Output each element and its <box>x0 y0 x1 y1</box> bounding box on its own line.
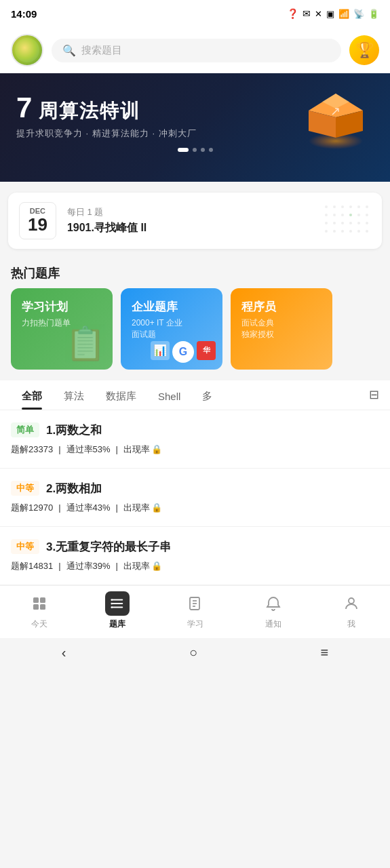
nav-study[interactable]: 学习 <box>156 591 234 630</box>
svg-rect-8 <box>33 604 39 610</box>
back-button[interactable]: ‹ <box>62 645 66 660</box>
huawei-logo: 华 <box>197 341 216 360</box>
trophy-icon: 🏆 <box>355 41 374 59</box>
problem-list: 简单 1.两数之和 题解 23373 | 通过率 53% | 出现率 🔒 中等 … <box>0 410 390 585</box>
date-box: DEC 19 <box>19 202 56 239</box>
topic-card-sub-interview: 面试金典独家授权 <box>241 317 321 340</box>
solutions-label: 题解 <box>11 560 28 572</box>
lock-icon: 🔒 <box>151 502 162 513</box>
nav-notify-label: 通知 <box>265 618 281 630</box>
avatar-inner <box>15 38 39 62</box>
header: 🔍 搜索题目 🏆 <box>0 27 390 73</box>
hot-section: 热门题库 学习计划 力扣热门题单 📋 企业题库 2000+ IT 企业面试题 📊… <box>0 254 390 380</box>
problem-item[interactable]: 简单 1.两数之和 题解 23373 | 通过率 53% | 出现率 🔒 <box>0 410 390 469</box>
wifi-status-icon: 📡 <box>353 9 364 19</box>
nav-me-label: 我 <box>347 618 355 630</box>
nav-notify[interactable]: 通知 <box>234 591 312 630</box>
topic-card-title-enterprise: 企业题库 <box>132 299 212 315</box>
home-button[interactable]: ○ <box>189 645 197 660</box>
signal-status-icon: 📶 <box>338 9 349 19</box>
filter-tabs: 全部 算法 数据库 Shell 多 ⊟ <box>0 380 390 410</box>
tab-all[interactable]: 全部 <box>11 380 53 410</box>
status-bar: 14:09 ❓ ✉ ✕ ▣ 📶 📡 🔋 <box>0 0 390 27</box>
tab-database[interactable]: 数据库 <box>95 380 147 410</box>
tab-algorithm[interactable]: 算法 <box>53 380 95 410</box>
problem-item[interactable]: 中等 2.两数相加 题解 12970 | 通过率 43% | 出现率 🔒 <box>0 469 390 527</box>
search-bar[interactable]: 🔍 搜索题目 <box>52 39 341 62</box>
date-day: 19 <box>28 215 47 235</box>
solutions-count: 12970 <box>28 502 53 513</box>
topic-card-study-plan[interactable]: 学习计划 力扣热门题单 📋 <box>11 288 113 370</box>
hot-section-title: 热门题库 <box>0 254 390 288</box>
topic-card-sub-enterprise: 2000+ IT 企业面试题 <box>132 317 212 340</box>
difficulty-badge: 中等 <box>11 539 39 554</box>
divider2: | <box>116 444 118 454</box>
topic-card-title-interview: 程序员 <box>241 299 321 315</box>
svg-point-20 <box>349 598 354 604</box>
problem-header: 简单 1.两数之和 <box>11 422 379 438</box>
solutions-label: 题解 <box>11 443 28 456</box>
today-icon <box>27 591 52 616</box>
banner-dot-0[interactable] <box>178 148 189 152</box>
problem-stats: 题解 12970 | 通过率 43% | 出现率 🔒 <box>11 502 379 514</box>
screen-status-icon: ▣ <box>326 9 334 19</box>
search-placeholder: 搜索题目 <box>81 44 122 57</box>
trophy-button[interactable]: 🏆 <box>349 35 379 65</box>
banner-dot-1[interactable] <box>193 148 197 152</box>
nav-today-label: 今天 <box>31 618 47 630</box>
me-icon <box>339 591 364 616</box>
nav-problems-label: 题库 <box>109 618 125 630</box>
nav-problems[interactable]: 题库 <box>78 591 156 630</box>
banner-title: 周算法特训 <box>39 101 140 122</box>
problem-header: 中等 3.无重复字符的最长子串 <box>11 539 379 555</box>
notify-icon <box>261 591 286 616</box>
filter-icon: ⊟ <box>369 387 379 402</box>
topic-card-interview[interactable]: 程序员 面试金典独家授权 <box>231 288 332 370</box>
banner: 7 周算法特训 提升求职竞争力 · 精进算法能力 · 冲刺大厂 ↗ <box>0 73 390 182</box>
topic-card-sub: 力扣热门题单 <box>22 317 102 329</box>
difficulty-badge: 简单 <box>11 422 39 437</box>
pass-rate-label: 通过率 <box>66 560 93 572</box>
tab-shell[interactable]: Shell <box>147 381 191 409</box>
svg-rect-7 <box>40 597 45 603</box>
nav-me[interactable]: 我 <box>312 591 390 630</box>
study-icon <box>183 591 208 616</box>
system-bar: ‹ ○ ≡ <box>0 638 390 668</box>
x-status-icon: ✕ <box>315 9 322 19</box>
svg-rect-11 <box>111 603 123 604</box>
problem-title: 3.无重复字符的最长子串 <box>46 539 171 555</box>
battery-status-icon: 🔋 <box>368 9 379 19</box>
topic-card-icon: 📋 <box>65 325 106 363</box>
tab-more[interactable]: 多 <box>191 380 223 410</box>
svg-rect-9 <box>40 604 45 610</box>
topic-card-logos: 📊 G 华 <box>151 341 216 363</box>
appearance-label: 出现率 <box>123 443 150 456</box>
appearance-label: 出现率 <box>123 560 150 572</box>
avatar[interactable] <box>11 34 43 66</box>
nav-study-label: 学习 <box>187 618 203 630</box>
filter-more-button[interactable]: ⊟ <box>369 382 379 408</box>
status-time: 14:09 <box>11 8 37 20</box>
difficulty-badge: 中等 <box>11 481 39 496</box>
question-status-icon: ❓ <box>287 8 298 19</box>
problem-item[interactable]: 中等 3.无重复字符的最长子串 题解 14831 | 通过率 39% | 出现率… <box>0 527 390 585</box>
banner-dot-3[interactable] <box>209 148 213 152</box>
pass-rate-label: 通过率 <box>66 502 93 514</box>
svg-point-15 <box>111 606 113 608</box>
solutions-label: 题解 <box>11 502 28 514</box>
status-icons: ❓ ✉ ✕ ▣ 📶 📡 🔋 <box>287 8 379 19</box>
svg-rect-10 <box>111 599 123 600</box>
banner-dot-2[interactable] <box>201 148 205 152</box>
daily-problem-card[interactable]: DEC 19 每日 1 题 1901.寻找峰值 II <box>8 193 382 249</box>
svg-rect-12 <box>111 606 123 608</box>
topic-scroll[interactable]: 学习计划 力扣热门题单 📋 企业题库 2000+ IT 企业面试题 📊 G 华 … <box>0 288 390 380</box>
menu-button[interactable]: ≡ <box>321 645 329 660</box>
banner-subtitle: 提升求职竞争力 · 精进算法能力 · 冲刺大厂 <box>16 127 374 140</box>
topic-card-enterprise[interactable]: 企业题库 2000+ IT 企业面试题 📊 G 华 <box>121 288 222 370</box>
dots-pattern <box>325 205 371 235</box>
nav-today[interactable]: 今天 <box>0 591 78 630</box>
divider: | <box>58 561 60 571</box>
problem-title: 1.两数之和 <box>46 422 102 438</box>
svg-rect-6 <box>33 597 39 603</box>
divider2: | <box>116 561 118 571</box>
